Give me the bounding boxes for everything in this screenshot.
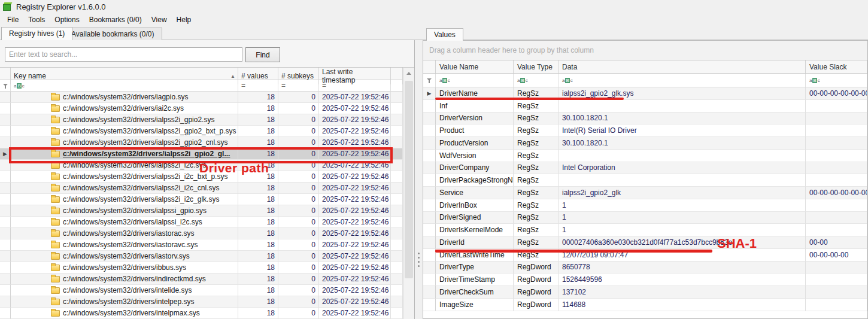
tab-values[interactable]: Values bbox=[426, 28, 463, 41]
value-row[interactable]: DriverVersionRegSz30.100.1820.1 bbox=[423, 113, 867, 125]
value-row[interactable]: DriverPackageStrongNa...RegSz bbox=[423, 174, 867, 187]
key-row[interactable]: c:/windows/system32/drivers/ialpssi_i2c.… bbox=[0, 217, 403, 228]
value-row[interactable]: DriverIsKernelModeRegSz1 bbox=[423, 224, 867, 236]
row-indicator-cell bbox=[0, 183, 11, 194]
num-subkeys-cell: 0 bbox=[278, 205, 319, 217]
row-indicator-cell bbox=[423, 150, 436, 162]
menu-item-help[interactable]: Help bbox=[172, 14, 196, 26]
menu-item-bookmarks[interactable]: Bookmarks (0/0) bbox=[84, 14, 147, 26]
scrollbar-thumb[interactable] bbox=[405, 81, 413, 278]
value-row[interactable]: ProductRegSzIntel(R) Serial IO Driver bbox=[423, 124, 867, 137]
column-header-value-slack[interactable]: Value Slack bbox=[806, 60, 867, 73]
key-row[interactable]: c:/windows/system32/drivers/ibbus.sys180… bbox=[0, 262, 403, 274]
key-row[interactable]: c:/windows/system32/drivers/iagpio.sys18… bbox=[0, 92, 403, 103]
filter-value-slack[interactable]: aBc bbox=[806, 74, 867, 87]
filter-value-type[interactable]: aBc bbox=[514, 74, 559, 87]
menu-item-file[interactable]: File bbox=[2, 14, 23, 26]
key-row[interactable]: c:/windows/system32/drivers/iastorac.sys… bbox=[0, 228, 403, 239]
registry-hives-panel: Find Key name ▲ # values # subkeys Last … bbox=[0, 40, 415, 319]
menu-item-tools[interactable]: Tools bbox=[23, 14, 50, 26]
num-subkeys-cell: 0 bbox=[278, 274, 319, 285]
value-row[interactable]: DriverIdRegSz000027406a360e030cb321d0f4f… bbox=[423, 236, 867, 249]
num-values-cell: 18 bbox=[238, 126, 278, 137]
row-indicator-cell bbox=[0, 274, 11, 285]
filler-cell bbox=[391, 228, 403, 239]
column-header-num-subkeys[interactable]: # subkeys bbox=[278, 68, 319, 84]
value-name-cell: DriverInBox bbox=[436, 199, 514, 212]
menu-item-view[interactable]: View bbox=[147, 14, 172, 26]
folder-icon bbox=[51, 265, 60, 271]
value-data-cell: 30.100.1820.1 bbox=[559, 113, 806, 125]
key-row[interactable]: c:/windows/system32/drivers/ialpss2i_i2c… bbox=[0, 194, 403, 205]
tab-registry-hives[interactable]: Registry hives (1) bbox=[1, 27, 72, 40]
key-name-text: c:/windows/system32/drivers/ialpss2i_gpi… bbox=[63, 116, 214, 124]
vertical-scrollbar[interactable] bbox=[403, 67, 414, 319]
search-input[interactable] bbox=[5, 47, 242, 62]
value-row[interactable]: DriverTypeRegDword8650778 bbox=[423, 262, 867, 274]
column-header-value-type[interactable]: Value Type bbox=[514, 60, 559, 73]
key-row[interactable]: c:/windows/system32/drivers/indirectkmd.… bbox=[0, 274, 403, 285]
value-row[interactable]: DriverTimeStampRegDword1526449596 bbox=[423, 274, 867, 286]
last-write-cell: 2025-07-22 19:52:46 bbox=[319, 239, 391, 251]
value-row[interactable]: DriverCompanyRegSzIntel Corporation bbox=[423, 162, 867, 175]
key-row[interactable]: c:/windows/system32/drivers/intelide.sys… bbox=[0, 285, 403, 296]
value-row[interactable]: ImageSizeRegDword114688 bbox=[423, 299, 867, 311]
key-row[interactable]: c:/windows/system32/drivers/ialpss2i_gpi… bbox=[0, 126, 403, 137]
key-row[interactable]: c:/windows/system32/drivers/intelpep.sys… bbox=[0, 296, 403, 308]
column-header-num-values[interactable]: # values bbox=[238, 68, 278, 84]
key-row[interactable]: c:/windows/system32/drivers/ialpss2i_gpi… bbox=[0, 114, 403, 126]
row-indicator-cell bbox=[0, 194, 11, 205]
key-name-cell: c:/windows/system32/drivers/iastorv.sys bbox=[11, 251, 238, 262]
key-row[interactable]: c:/windows/system32/drivers/ialpssi_gpio… bbox=[0, 205, 403, 217]
num-subkeys-cell: 0 bbox=[278, 171, 319, 183]
last-write-cell: 2025-07-22 19:52:46 bbox=[319, 92, 391, 103]
value-row[interactable]: DriverCheckSumRegDword137102 bbox=[423, 286, 867, 299]
value-row[interactable]: WdfVersionRegSz bbox=[423, 150, 867, 162]
key-row[interactable]: c:/windows/system32/drivers/ialpss2i_i2c… bbox=[0, 160, 403, 171]
row-indicator-cell bbox=[0, 137, 11, 148]
filter-value-name[interactable]: aBc bbox=[436, 74, 514, 87]
key-name-text: c:/windows/system32/drivers/indirectkmd.… bbox=[63, 275, 206, 283]
value-type-cell: RegSz bbox=[514, 199, 559, 212]
scroll-up-icon[interactable] bbox=[406, 72, 411, 75]
filter-data[interactable]: aBc bbox=[559, 74, 806, 87]
menu-item-options[interactable]: Options bbox=[50, 14, 84, 26]
num-subkeys-cell: 0 bbox=[278, 183, 319, 194]
column-header-key-name[interactable]: Key name ▲ bbox=[11, 68, 238, 84]
filter-indicator-cell bbox=[423, 74, 436, 87]
key-row[interactable]: c:/windows/system32/drivers/ialpss2i_gpi… bbox=[0, 137, 403, 148]
key-row[interactable]: c:/windows/system32/drivers/ialpss2i_i2c… bbox=[0, 183, 403, 194]
column-header-last-write[interactable]: Last write timestamp bbox=[319, 68, 391, 84]
key-name-text: c:/windows/system32/drivers/ibbus.sys bbox=[63, 263, 186, 272]
tab-available-bookmarks[interactable]: Available bookmarks (0/0) bbox=[63, 28, 162, 40]
column-header-value-name[interactable]: Value Name bbox=[436, 60, 514, 73]
value-row[interactable]: ServiceRegSzialpss2i_gpio2_glk00-00-00-0… bbox=[423, 187, 867, 199]
panel-splitter[interactable] bbox=[415, 40, 423, 319]
filter-funnel-icon bbox=[3, 83, 7, 89]
num-values-cell: 18 bbox=[238, 217, 278, 228]
find-button[interactable]: Find bbox=[245, 47, 280, 62]
value-row[interactable]: InfRegSz bbox=[423, 100, 867, 113]
key-row[interactable]: c:/windows/system32/drivers/intelpmax.sy… bbox=[0, 308, 403, 319]
value-row[interactable]: DriverSignedRegSz1 bbox=[423, 212, 867, 224]
key-name-cell: c:/windows/system32/drivers/intelpmax.sy… bbox=[11, 308, 238, 319]
value-row[interactable]: DriverLastWriteTimeRegSz12/07/2019 09:07… bbox=[423, 249, 867, 262]
value-row[interactable]: ProductVersionRegSz30.100.1820.1 bbox=[423, 137, 867, 150]
value-row[interactable]: DriverInBoxRegSz1 bbox=[423, 199, 867, 212]
value-name-cell: DriverName bbox=[436, 87, 514, 100]
value-data-cell: ialpss2i_gpio2_glk.sys bbox=[559, 87, 806, 100]
num-values-cell: 18 bbox=[238, 92, 278, 103]
key-row[interactable]: c:/windows/system32/drivers/iastoravc.sy… bbox=[0, 239, 403, 251]
column-header-filler bbox=[391, 68, 403, 84]
key-row[interactable]: c:/windows/system32/drivers/iastorv.sys1… bbox=[0, 251, 403, 262]
key-row[interactable]: c:/windows/system32/drivers/iai2c.sys180… bbox=[0, 103, 403, 114]
key-row[interactable]: c:/windows/system32/drivers/ialpss2i_i2c… bbox=[0, 171, 403, 183]
key-name-cell: c:/windows/system32/drivers/intelpep.sys bbox=[11, 296, 238, 308]
column-header-data[interactable]: Data bbox=[559, 60, 806, 73]
value-row[interactable]: ▶DriverNameRegSzialpss2i_gpio2_glk.sys00… bbox=[423, 87, 867, 100]
key-name-cell: c:/windows/system32/drivers/iastorac.sys bbox=[11, 228, 238, 239]
folder-icon bbox=[51, 287, 60, 294]
key-row[interactable]: ▶c:/windows/system32/drivers/ialpss2i_gp… bbox=[0, 148, 403, 160]
num-subkeys-cell: 0 bbox=[278, 92, 319, 103]
key-name-cell: c:/windows/system32/drivers/ialpss2i_gpi… bbox=[11, 126, 238, 137]
